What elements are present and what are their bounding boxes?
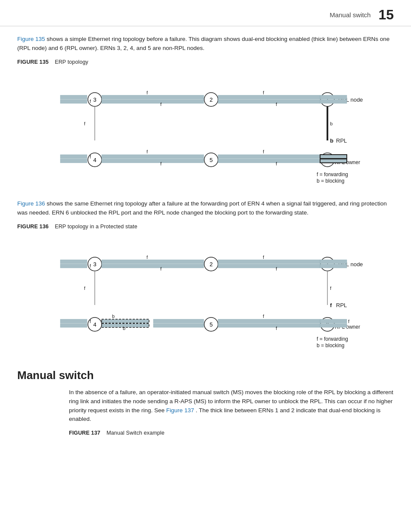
svg-rect-36	[102, 155, 204, 159]
figure136-caption: FIGURE 136 ERP topology in a Protected s…	[17, 224, 394, 230]
figure135-label: FIGURE 135	[17, 59, 49, 65]
svg-text:f: f	[146, 90, 148, 95]
svg-text:f: f	[90, 263, 91, 268]
svg-rect-59	[102, 264, 204, 268]
svg-text:f: f	[330, 286, 332, 291]
page-container: Manual switch 15 Figure 135 shows a simp…	[0, 0, 411, 532]
figure137-link[interactable]: Figure 137	[166, 407, 194, 414]
svg-text:b: b	[330, 121, 333, 126]
svg-rect-90	[218, 319, 320, 323]
main-content: Figure 135 shows a simple Ethernet ring …	[0, 35, 411, 453]
figure137-label: FIGURE 137	[69, 430, 100, 436]
svg-rect-8	[60, 100, 87, 103]
svg-rect-15	[218, 100, 320, 103]
svg-text:f: f	[348, 319, 350, 324]
svg-rect-82	[60, 324, 87, 327]
svg-rect-62	[218, 260, 320, 264]
svg-rect-33	[60, 155, 87, 159]
svg-text:f: f	[263, 255, 265, 260]
svg-text:3: 3	[93, 261, 96, 268]
manual-switch-heading: Manual switch	[17, 369, 394, 382]
figure135-intro: Figure 135 shows a simple Ethernet ring …	[17, 35, 394, 53]
svg-text:f: f	[90, 319, 91, 324]
svg-text:f: f	[90, 154, 91, 159]
svg-text:f: f	[263, 314, 265, 319]
svg-text:f: f	[330, 302, 332, 308]
figure137-title: Manual Switch example	[106, 430, 165, 436]
figure135-link[interactable]: Figure 135	[17, 36, 45, 42]
svg-rect-89	[153, 324, 204, 327]
svg-text:f = forwarding: f = forwarding	[317, 336, 348, 342]
svg-rect-14	[218, 95, 320, 99]
svg-text:b = blocking: b = blocking	[317, 342, 344, 348]
svg-text:RPL: RPL	[336, 302, 347, 308]
svg-text:f: f	[263, 149, 265, 154]
svg-text:b: b	[330, 137, 333, 144]
svg-rect-67	[320, 264, 347, 268]
figure136-label: FIGURE 136	[17, 224, 49, 230]
svg-text:4: 4	[93, 157, 96, 163]
svg-text:b: b	[123, 326, 125, 331]
svg-rect-66	[320, 260, 347, 264]
svg-rect-41	[218, 159, 320, 163]
page-header: Manual switch 15	[0, 0, 411, 26]
svg-rect-19	[320, 100, 347, 103]
figure135-diagram: 3 2 1 RPL node f f f	[17, 69, 394, 190]
svg-rect-55	[60, 260, 87, 264]
svg-text:f: f	[84, 121, 86, 126]
svg-text:3: 3	[93, 96, 96, 103]
figure136-intro-text: shows the same Ethernet ring topology af…	[17, 200, 387, 216]
figure136-svg: 3 2 1 RPL node f f f f	[17, 238, 392, 352]
svg-rect-91	[218, 324, 320, 327]
svg-rect-37	[102, 159, 204, 163]
svg-rect-18	[320, 95, 347, 99]
svg-text:b: b	[112, 314, 115, 319]
svg-rect-40	[218, 155, 320, 159]
figure136-intro: Figure 136 shows the same Ethernet ring …	[17, 199, 394, 218]
svg-text:f: f	[146, 149, 148, 154]
svg-text:f = forwarding: f = forwarding	[317, 171, 348, 177]
svg-rect-10	[102, 95, 204, 99]
svg-text:f: f	[146, 255, 148, 260]
svg-text:2: 2	[209, 261, 212, 268]
svg-rect-84	[102, 319, 149, 323]
svg-text:5: 5	[209, 157, 212, 163]
svg-rect-63	[218, 264, 320, 268]
section-body: In the absence of a failure, an operator…	[17, 388, 394, 424]
svg-text:5: 5	[209, 321, 212, 328]
svg-text:f: f	[263, 90, 265, 95]
figure136-title: ERP topology in a Protected state	[55, 224, 137, 230]
svg-text:b = blocking: b = blocking	[317, 178, 344, 184]
svg-rect-45	[320, 159, 347, 163]
svg-rect-44	[320, 155, 347, 159]
svg-rect-56	[60, 264, 87, 268]
figure135-svg: 3 2 1 RPL node f f f	[17, 74, 392, 186]
header-title: Manual switch	[330, 11, 371, 19]
svg-rect-58	[102, 260, 204, 264]
figure136-diagram: 3 2 1 RPL node f f f f	[17, 234, 394, 357]
svg-rect-88	[153, 319, 204, 323]
svg-text:f: f	[90, 99, 91, 104]
svg-rect-94	[320, 319, 347, 323]
figure137-caption: FIGURE 137 Manual Switch example	[17, 430, 394, 436]
page-number: 15	[378, 8, 394, 22]
figure136-link[interactable]: Figure 136	[17, 200, 45, 207]
svg-rect-81	[60, 319, 87, 323]
svg-rect-95	[320, 324, 347, 327]
svg-rect-11	[102, 100, 204, 103]
figure135-title: ERP topology	[55, 59, 88, 65]
svg-rect-7	[60, 95, 87, 99]
svg-rect-34	[60, 159, 87, 163]
svg-text:f: f	[84, 286, 86, 291]
svg-text:RPL: RPL	[336, 137, 347, 144]
svg-text:4: 4	[93, 321, 96, 328]
svg-text:2: 2	[209, 96, 212, 103]
figure135-intro-text: shows a simple Ethernet ring topology be…	[17, 36, 389, 51]
figure135-caption: FIGURE 135 ERP topology	[17, 59, 394, 65]
